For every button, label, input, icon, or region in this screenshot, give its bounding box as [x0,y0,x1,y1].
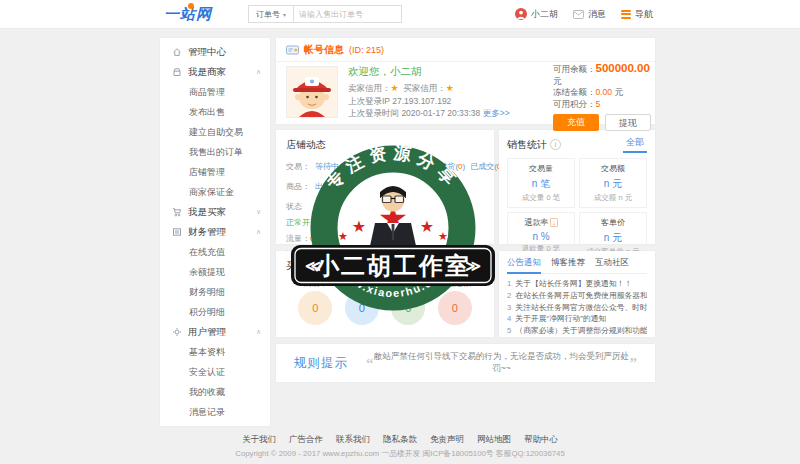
sales-stats-title: 销售统计 [507,138,547,152]
traffic-value: 0 [310,234,314,243]
stat-trade-amount: 交易额n 元成交额 n 元 [579,158,647,208]
user-menu[interactable]: 小二胡 [515,8,558,21]
arrow-down-badge-icon: ↓ [550,218,557,227]
sidebar-item-user-management[interactable]: 用户管理∧ [160,322,270,342]
notice-item[interactable]: 3关注站长任务网官方微信公众号、时时掌... [507,302,647,314]
footer-link-disclaimer[interactable]: 免责声明 [430,434,464,446]
rules-banner: 规则提示 “ 敝站严禁任何引导线下交易的行为，无论是否成功，均会受到严厉处罚~~… [276,344,655,382]
envelope-icon [573,10,584,19]
goods-offshelf-link[interactable]: 已下架(0) [354,181,388,192]
shop-dynamics-title: 店铺动态 [286,138,484,152]
footer-link-about[interactable]: 关于我们 [242,434,276,446]
points-value: 5 [596,99,601,109]
circle-refunding[interactable]: 正在退款0 [432,278,479,325]
goods-onsale-link[interactable]: 出售中(0) [315,181,349,192]
buyer-note: 动 0 笔 [459,261,484,272]
shop-status-value: 正常开店 [286,218,318,227]
notice-item[interactable]: 1关于【站长任务网】更换通知！！ [507,278,647,290]
notices-card: 公告通知 博客推荐 互动社区 1关于【站长任务网】更换通知！！ 2在站长任务网开… [499,251,655,337]
tab-community[interactable]: 互动社区 [595,257,629,269]
footer-link-ads[interactable]: 广告合作 [289,434,323,446]
points-row: 可用积分：5 [553,99,653,111]
circle-cart[interactable]: 购物车0 [292,278,339,325]
home-icon [172,47,183,57]
nav-button[interactable]: 导航 [621,8,653,21]
buyer-star-icon: ★ [446,83,454,93]
sidebar: 管理中心 我是商家∧ 商品管理 发布出售 建立自助交易 我售出的订单 店铺管理 … [160,38,270,426]
footer-link-contact[interactable]: 联系我们 [336,434,370,446]
logo-dot-icon [188,3,194,9]
shop-icon [172,67,183,77]
sidebar-item-publish-sale[interactable]: 发布出售 [160,102,270,122]
notice-item[interactable]: 5（商家必读）关于调整部分规则和功能的... [507,325,647,337]
top-header: 一站网 订单号▾ 小二胡 消息 导航 [0,0,800,29]
more-link[interactable]: 更多>> [483,108,510,118]
sidebar-item-favorites[interactable]: 我的收藏 [160,382,270,402]
frozen-value: 0.00 [596,87,613,97]
hamburger-icon [621,8,631,20]
cart-icon [172,207,183,217]
sidebar-item-seller-deposit[interactable]: 商家保证金 [160,182,270,202]
sidebar-item-finance-details[interactable]: 财务明细 [160,282,270,302]
sidebar-item-security-auth[interactable]: 安全认证 [160,362,270,382]
sidebar-item-online-recharge[interactable]: 在线充值 [160,242,270,262]
trade-shipped-link[interactable]: 已发货(0) [431,161,465,172]
trade-trading-link[interactable]: 交易中(0) [354,161,388,172]
rules-text: 敝站严禁任何引导线下交易的行为，无论是否成功，均会受到严厉处罚~~ [374,351,630,375]
sidebar-item-message-history[interactable]: 消息记录 [160,402,270,422]
username-label: 小二胡 [531,8,558,21]
order-search: 订单号▾ [248,5,402,23]
tab-blog[interactable]: 博客推荐 [551,257,585,269]
nav-label: 导航 [635,8,653,21]
footer-links: 关于我们 广告合作 联系我们 隐私条款 免责声明 网站地图 帮助中心 [0,434,800,446]
buyer-reminder-title: 买家提醒 [286,259,326,273]
search-input[interactable] [294,5,402,23]
sidebar-item-management-center[interactable]: 管理中心 [160,42,270,62]
footer-link-help[interactable]: 帮助中心 [524,434,558,446]
sidebar-item-basic-profile[interactable]: 基本资料 [160,342,270,362]
footer-link-privacy[interactable]: 隐私条款 [383,434,417,446]
circle-third[interactable]: 0 [385,278,432,325]
shop-dynamics-card: 店铺动态 交易： 等待中(0) 交易中(0) 待发货(0) 已发货(0) 已成交… [276,130,494,244]
tab-all[interactable]: 全部 [623,136,647,153]
buyer-reminder-card: 买家提醒 动 0 笔 购物车0 等待交易0 0 正在退款0 [276,251,494,337]
sidebar-item-finance[interactable]: 财务管理∧ [160,222,270,242]
recharge-button[interactable]: 充值 [553,114,599,131]
sidebar-item-seller[interactable]: 我是商家∧ [160,62,270,82]
finance-icon [172,227,183,237]
seller-star-icon: ★ [391,83,399,93]
search-category-select[interactable]: 订单号▾ [248,5,294,23]
sidebar-item-points-details[interactable]: 积分明细 [160,302,270,322]
messages-label: 消息 [588,8,606,21]
open-quote-icon: “ [366,355,374,372]
balance-row: 可用余额：500000.00 元 [553,63,653,87]
search-category-value: 订单号 [256,9,280,20]
chevron-down-icon: ∨ [256,208,261,216]
circle-waiting-trade[interactable]: 等待交易0 [339,278,386,325]
chevron-up-icon: ∧ [256,228,261,236]
tab-announcements[interactable]: 公告通知 [507,257,541,269]
account-id: (ID: 215) [349,45,384,55]
sidebar-item-goods-management[interactable]: 商品管理 [160,82,270,102]
trade-toship-link[interactable]: 待发货(0) [393,161,427,172]
withdraw-button[interactable]: 提现 [605,114,651,131]
notice-item[interactable]: 4关于开展“净网行动”的通知 [507,313,647,325]
page-body: 管理中心 我是商家∧ 商品管理 发布出售 建立自助交易 我售出的订单 店铺管理 … [0,28,800,464]
footer-link-sitemap[interactable]: 网站地图 [477,434,511,446]
sidebar-item-balance-withdraw[interactable]: 余额提现 [160,262,270,282]
footer-copyright: Copyright © 2009 - 2017 www.epzhu.com 一品… [0,448,800,459]
account-card-icon [286,45,299,55]
account-info-card: 帐号信息 (ID: 215) 欢迎您，小二胡 卖家信用：★ 买家信用：★ 上次登… [276,38,655,124]
info-icon: i [550,139,561,150]
sidebar-item-shop-management[interactable]: 店铺管理 [160,162,270,182]
last-login-time: 上次登录时间 2020-01-17 20:33:38 更多>> [348,107,510,120]
site-logo[interactable]: 一站网 [164,5,212,24]
rules-title: 规则提示 [294,355,348,372]
sidebar-item-sold-orders[interactable]: 我售出的订单 [160,142,270,162]
trade-waiting-link[interactable]: 等待中(0) [315,161,349,172]
notice-item[interactable]: 2在站长任务网开店可免费使用服务器和域... [507,290,647,302]
messages-button[interactable]: 消息 [573,8,606,21]
status-label: 状态 [286,201,484,212]
sidebar-item-buyer[interactable]: 我是买家∨ [160,202,270,222]
sidebar-item-create-self-trade[interactable]: 建立自助交易 [160,122,270,142]
